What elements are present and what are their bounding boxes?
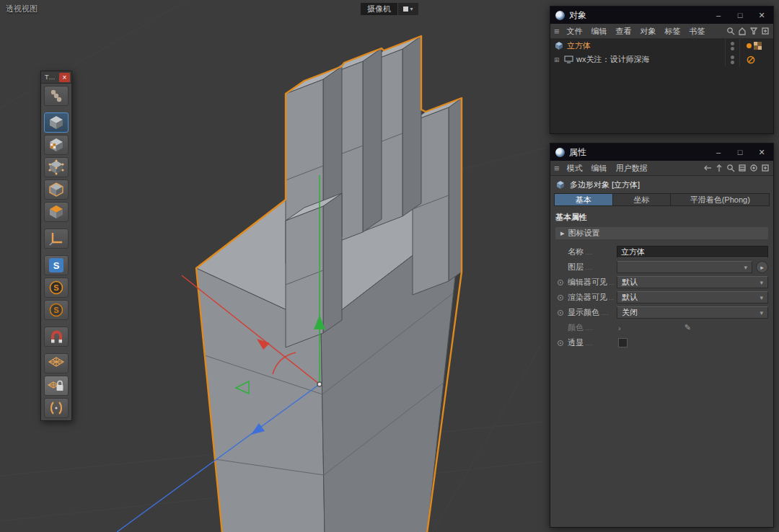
xray-row: 透显 — [555, 335, 768, 350]
menu-mode[interactable]: 模式 — [563, 162, 587, 174]
points-mode-button[interactable] — [44, 157, 69, 177]
polygons-cube-icon — [47, 204, 66, 220]
color-row: 颜色 › ✎ — [555, 320, 768, 335]
panel-menu-icon[interactable]: ≡ — [554, 26, 560, 37]
chevron-right-icon: ▸ — [560, 229, 565, 238]
camera-options-button[interactable]: ▾ — [398, 3, 418, 15]
model-mode-button[interactable] — [44, 112, 69, 133]
attributes-menubar: ≡ 模式 编辑 用户数据 — [550, 161, 773, 176]
tab-phong[interactable]: 平滑着色(Phong) — [671, 194, 769, 205]
chevron-down-icon: ▾ — [760, 279, 763, 286]
viewport-label: 透视视图 — [6, 4, 38, 14]
workplane-grid-button[interactable] — [44, 353, 69, 373]
minimize-button[interactable]: – — [710, 146, 727, 159]
tab-basic[interactable]: 基本 — [555, 194, 613, 205]
home-icon[interactable] — [738, 27, 747, 35]
name-label: 名称 — [568, 247, 614, 257]
editor-visibility-dropdown[interactable]: 默认 ▾ — [617, 276, 768, 288]
texture-mode-button[interactable] — [44, 135, 69, 155]
name-input[interactable] — [617, 246, 768, 258]
menu-tags[interactable]: 标签 — [661, 25, 685, 37]
editor-visibility-row: 编辑器可见 默认 ▾ — [555, 275, 768, 290]
object-row-cube[interactable]: 立方体 — [550, 39, 773, 53]
list-icon[interactable] — [738, 164, 747, 172]
polygons-mode-button[interactable] — [44, 202, 69, 222]
axis-icon — [47, 231, 66, 247]
tab-coordinates[interactable]: 坐标 — [613, 194, 672, 205]
objects-titlebar[interactable]: 对象 – □ ✕ — [550, 6, 773, 24]
workplane-lock-button[interactable] — [44, 376, 69, 396]
panel-menu-icon[interactable]: ≡ — [554, 163, 560, 174]
texture-tag-icon[interactable] — [754, 42, 762, 50]
menu-view[interactable]: 查看 — [612, 25, 636, 37]
display-object-icon — [564, 56, 573, 63]
menu-edit[interactable]: 编辑 — [587, 25, 612, 37]
svg-text:S: S — [53, 260, 60, 271]
hand-model[interactable] — [196, 36, 462, 532]
phong-tag-icon[interactable] — [747, 43, 752, 48]
snap-blue-button[interactable]: S — [44, 255, 69, 275]
menu-edit[interactable]: 编辑 — [587, 162, 612, 174]
close-button[interactable]: ✕ — [753, 146, 770, 159]
joints-tool-button[interactable] — [44, 86, 69, 106]
cube-object-icon — [554, 41, 564, 50]
menu-user-data[interactable]: 用户数据 — [612, 162, 652, 174]
maximize-button[interactable]: □ — [731, 9, 749, 22]
add-panel-icon[interactable] — [761, 27, 770, 35]
edges-mode-button[interactable] — [44, 179, 69, 200]
magnet-tool-button[interactable] — [44, 327, 69, 347]
snap-s-blue-icon: S — [47, 257, 66, 273]
keyframe-circle[interactable] — [558, 280, 563, 285]
edges-cube-icon — [47, 182, 66, 198]
attributes-panel: 属性 – □ ✕ ≡ 模式 编辑 用户数据 多边形对象 [立方体] — [550, 143, 774, 528]
object-name: wx关注：设计师深海 — [576, 54, 649, 65]
chevron-down-icon: ▾ — [760, 309, 763, 316]
back-arrow-icon[interactable] — [703, 164, 712, 172]
filter-icon[interactable] — [749, 27, 758, 35]
joints-icon — [47, 88, 66, 104]
expression-tool-button[interactable] — [44, 398, 69, 418]
renderer-visibility-dropdown[interactable]: 默认 ▾ — [617, 291, 768, 303]
visibility-dots[interactable] — [725, 39, 740, 53]
palette-close-button[interactable]: × — [59, 73, 70, 82]
menu-file[interactable]: 文件 — [563, 25, 587, 37]
keyframe-circle[interactable] — [558, 310, 563, 316]
display-color-dropdown[interactable]: 关闭 ▾ — [617, 306, 768, 319]
close-button[interactable]: ✕ — [753, 9, 770, 22]
mute-tag-icon[interactable] — [747, 56, 755, 64]
visibility-dots[interactable] — [725, 53, 740, 66]
snap-s-orange-2-icon: S — [47, 302, 66, 318]
camera-label[interactable]: 摄像机 — [361, 3, 397, 15]
keyframe-circle[interactable] — [558, 295, 563, 301]
attributes-titlebar[interactable]: 属性 – □ ✕ — [550, 143, 773, 161]
attributes-panel-title: 属性 — [569, 146, 705, 159]
menu-bookmarks[interactable]: 书签 — [685, 25, 710, 37]
search-icon[interactable] — [726, 164, 735, 172]
maximize-button[interactable]: □ — [731, 146, 749, 159]
icon-settings-group[interactable]: ▸ 图标设置 — [555, 227, 768, 239]
up-arrow-icon[interactable] — [715, 164, 723, 172]
objects-panel: 对象 – □ ✕ ≡ 文件 编辑 查看 对象 标签 书签 — [550, 6, 774, 134]
target-icon[interactable] — [749, 164, 758, 172]
add-icon[interactable] — [761, 164, 770, 172]
axis-mode-button[interactable] — [44, 229, 69, 249]
xray-label: 透显 — [568, 337, 614, 348]
search-icon[interactable] — [726, 27, 735, 35]
c4d-window: 透视视图 摄像机 ▾ T… × — [0, 0, 779, 532]
layer-browser-button[interactable]: ▸ — [756, 261, 768, 273]
object-row-watermark[interactable]: ⊞ wx关注：设计师深海 — [550, 53, 773, 66]
xray-checkbox[interactable] — [618, 338, 628, 347]
icon-settings-label: 图标设置 — [568, 228, 600, 239]
snap-orange-1-button[interactable]: S — [44, 278, 69, 298]
layer-label: 图层 — [568, 262, 614, 272]
pencil-icon[interactable]: ✎ — [685, 323, 691, 332]
palette-titlebar[interactable]: T… × — [41, 71, 71, 84]
layer-dropdown[interactable]: ▾ — [617, 261, 752, 273]
model-cube-icon — [47, 115, 66, 130]
expander-icon[interactable]: ⊞ — [554, 56, 561, 63]
snap-orange-2-button[interactable]: S — [44, 300, 69, 320]
keyframe-circle[interactable] — [558, 340, 563, 346]
minimize-button[interactable]: – — [710, 9, 727, 22]
name-field-row: 名称 — [555, 244, 768, 260]
menu-objects[interactable]: 对象 — [636, 25, 661, 37]
